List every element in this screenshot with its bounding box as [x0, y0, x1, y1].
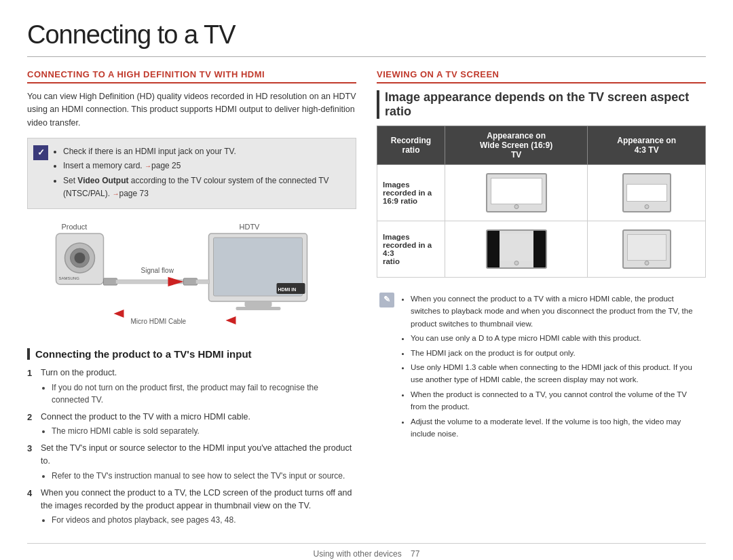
svg-rect-17 — [184, 278, 198, 285]
title-divider — [27, 56, 706, 57]
row1-label: Imagesrecorded in a16:9 ratio — [377, 165, 445, 221]
footer-text: Using with other devices — [314, 549, 402, 559]
row2-col2 — [445, 221, 588, 278]
image-heading: Image appearance depends on the TV scree… — [377, 90, 706, 119]
svg-text:HDMI IN: HDMI IN — [278, 287, 297, 292]
page-title: Connecting to a TV — [27, 20, 706, 50]
svg-marker-16 — [168, 277, 184, 286]
notice-box: ✓ Check if there is an HDMI input jack o… — [27, 138, 356, 209]
notice-list: Check if there is an HDMI input jack on … — [54, 145, 347, 200]
step-2: Connect the product to the TV with a mic… — [27, 411, 356, 438]
steps-list: Turn on the product. If you do not turn … — [27, 367, 356, 527]
right-column: VIEWING ON A TV SCREEN Image appearance … — [377, 69, 706, 531]
svg-text:Micro HDMI Cable: Micro HDMI Cable — [131, 318, 187, 325]
col3-header: Appearance on4:3 TV — [588, 126, 706, 165]
note-2: You can use only a D to A type micro HDM… — [411, 332, 699, 344]
note-icon: ✎ — [379, 293, 394, 307]
hdmi-diagram-svg: HDTV HDMI IN Product SAMSUNG — [27, 219, 356, 344]
col2-header: Appearance onWide Screen (16:9)TV — [445, 126, 588, 165]
hdmi-diagram: HDTV HDMI IN Product SAMSUNG — [27, 219, 356, 344]
svg-rect-14 — [104, 278, 117, 285]
notice-icon: ✓ — [33, 145, 48, 160]
page-footer: Using with other devices 77 — [27, 543, 706, 559]
step-2-sub-1: The micro HDMI cable is sold separately. — [52, 425, 356, 437]
table-row-1: Imagesrecorded in a16:9 ratio — [377, 165, 706, 221]
step-4: When you connect the product to a TV, th… — [27, 487, 356, 527]
note-3: The HDMI jack on the product is for outp… — [411, 347, 699, 359]
svg-rect-18 — [196, 280, 210, 284]
row1-col2 — [445, 165, 588, 221]
notice-item-3: Set Video Output according to the TV col… — [63, 174, 347, 200]
step-3: Set the TV's input or source selector to… — [27, 442, 356, 482]
notice-item-1: Check if there is an HDMI input jack on … — [63, 145, 347, 158]
svg-marker-19 — [114, 310, 124, 318]
step-1: Turn on the product. If you do not turn … — [27, 367, 356, 406]
page-number: 77 — [411, 549, 419, 559]
note-1: When you connect the product to a TV wit… — [411, 293, 699, 330]
svg-text:Signal flow: Signal flow — [141, 267, 174, 274]
svg-text:SAMSUNG: SAMSUNG — [59, 276, 80, 280]
row2-label: Imagesrecorded in a 4:3ratio — [377, 221, 445, 278]
table-row-2: Imagesrecorded in a 4:3ratio — [377, 221, 706, 278]
svg-text:HDTV: HDTV — [240, 223, 261, 231]
left-column: CONNECTING TO A HIGH DEFINITION TV WITH … — [27, 69, 356, 531]
svg-point-11 — [75, 253, 86, 263]
right-section-heading: VIEWING ON A TV SCREEN — [377, 69, 706, 83]
notes-list: When you connect the product to a TV wit… — [401, 293, 699, 440]
steps-heading: Connecting the product to a TV's HDMI in… — [27, 348, 356, 360]
notes-box: ✎ When you connect the product to a TV w… — [377, 287, 706, 447]
notice-item-2: Insert a memory card. →page 25 — [63, 160, 347, 172]
col1-header: Recordingratio — [377, 126, 445, 165]
intro-text: You can view High Definition (HD) qualit… — [27, 90, 356, 130]
svg-marker-21 — [226, 316, 236, 324]
ratio-table: Recordingratio Appearance onWide Screen … — [377, 126, 706, 278]
step-4-sub-1: For videos and photos playback, see page… — [52, 514, 356, 526]
row1-col3 — [588, 165, 706, 221]
note-6: Adjust the volume to a moderate level. I… — [411, 415, 699, 441]
left-section-heading: CONNECTING TO A HIGH DEFINITION TV WITH … — [27, 69, 356, 83]
svg-text:Product: Product — [62, 223, 88, 231]
note-4: Use only HDMI 1.3 cable when connecting … — [411, 361, 699, 386]
step-1-sub-1: If you do not turn on the product first,… — [52, 381, 356, 406]
row2-col3 — [588, 221, 706, 278]
svg-rect-4 — [236, 307, 281, 310]
note-5: When the product is connected to a TV, y… — [411, 388, 699, 413]
svg-rect-3 — [245, 301, 272, 307]
step-3-sub-1: Refer to the TV's instruction manual to … — [52, 470, 356, 482]
